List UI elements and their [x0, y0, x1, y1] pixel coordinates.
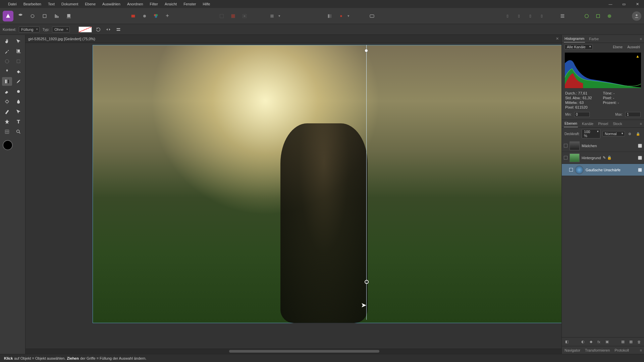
add-pixel-layer-button[interactable]: ▩: [628, 339, 634, 345]
lock-icon[interactable]: 🔒: [607, 156, 612, 160]
crop-mode-button[interactable]: [267, 11, 277, 21]
align-dist-button[interactable]: ▯: [537, 11, 547, 21]
layer-visibility-toggle[interactable]: [638, 144, 642, 148]
add-layer-button[interactable]: ▦: [620, 339, 626, 345]
autocontrast-button[interactable]: [162, 11, 172, 21]
menu-hilfe[interactable]: Hilfe: [199, 0, 213, 8]
layer-settings-button[interactable]: ⚙: [627, 131, 633, 136]
gradient-handle-start[interactable]: [365, 49, 368, 52]
max-input[interactable]: [625, 112, 641, 117]
persona-liquify-button[interactable]: [28, 11, 38, 21]
insert-inside-button[interactable]: [593, 11, 603, 21]
align-center-button[interactable]: ▯: [514, 11, 524, 21]
layer-lock-button[interactable]: 🔒: [635, 131, 641, 136]
rotate-button[interactable]: [95, 26, 102, 33]
pen-tool[interactable]: [2, 107, 12, 116]
flood-select-tool[interactable]: [2, 67, 12, 76]
tab-transformieren[interactable]: Transformieren: [584, 347, 610, 354]
selection-add-button[interactable]: [217, 11, 227, 21]
chevron-down-icon[interactable]: ▾: [278, 14, 280, 18]
menu-anordnen[interactable]: Anordnen: [124, 0, 147, 8]
histogram-selection-button[interactable]: Auswahl: [626, 45, 641, 50]
preview-button[interactable]: [367, 11, 377, 21]
fill-swatch[interactable]: [78, 26, 92, 33]
menu-bearbeiten[interactable]: Bearbeiten: [20, 0, 45, 8]
tab-navigator[interactable]: Navigator: [564, 347, 581, 354]
canvas-h-scrollbar[interactable]: [25, 349, 561, 354]
opacity-select[interactable]: 100 %: [582, 129, 600, 138]
menu-ansicht[interactable]: Ansicht: [161, 0, 180, 8]
layer-row-maedchen[interactable]: Mädchen: [562, 140, 644, 152]
insert-target-button[interactable]: [582, 11, 592, 21]
tab-farbe[interactable]: Farbe: [588, 36, 599, 42]
menu-auswaehlen[interactable]: Auswählen: [99, 0, 124, 8]
window-maximize-button[interactable]: ▭: [617, 0, 631, 8]
layers-panel-menu-button[interactable]: ≡: [640, 122, 642, 126]
snapping-button[interactable]: [336, 11, 346, 21]
document-tab-title[interactable]: girl-535251_1920.jpg [Geändert] (75,0%): [28, 37, 95, 41]
layer-visibility-toggle[interactable]: [638, 168, 642, 172]
menu-datei[interactable]: Datei: [5, 0, 20, 8]
add-mask-button[interactable]: ◧: [564, 339, 570, 345]
layer-visibility-toggle[interactable]: [638, 156, 642, 160]
nav-panel-menu-button[interactable]: ≡: [640, 348, 642, 352]
blend-mode-select[interactable]: Normal: [602, 131, 625, 136]
menu-ebene[interactable]: Ebene: [82, 0, 99, 8]
quickmask-button[interactable]: [128, 11, 138, 21]
align-right-button[interactable]: ▯: [525, 11, 535, 21]
shape-tool[interactable]: [2, 117, 12, 126]
tab-kanaele[interactable]: Kanäle: [581, 120, 594, 127]
tab-histogramm[interactable]: Histogramm: [564, 35, 585, 43]
lock-aspect-button[interactable]: [115, 26, 122, 33]
selection-brush-tool[interactable]: [2, 57, 12, 66]
canvas[interactable]: ➤: [25, 43, 561, 349]
order-button[interactable]: [557, 11, 568, 21]
text-tool[interactable]: [13, 117, 23, 126]
window-close-button[interactable]: ✕: [631, 0, 644, 8]
reverse-button[interactable]: [105, 26, 112, 33]
hand-tool[interactable]: [2, 37, 12, 46]
group-button[interactable]: ▣: [604, 339, 610, 345]
adjustments-button[interactable]: [151, 11, 161, 21]
move-tool[interactable]: [13, 37, 23, 46]
crop-tool[interactable]: [13, 47, 23, 56]
zoom-tool[interactable]: [13, 127, 23, 136]
fx-button[interactable]: fx: [596, 339, 602, 345]
selection-sub-button[interactable]: [228, 11, 238, 21]
mesh-tool[interactable]: [2, 127, 12, 136]
erase-tool[interactable]: [2, 87, 12, 96]
add-adjustment-button[interactable]: ◐: [580, 339, 586, 345]
color-picker-tool[interactable]: [2, 47, 12, 56]
layer-row-hintergrund[interactable]: Hintergrund ✎ 🔒: [562, 152, 644, 164]
marquee-tool[interactable]: [13, 57, 23, 66]
tab-stock[interactable]: Stock: [612, 120, 623, 127]
tab-ebenen[interactable]: Ebenen: [564, 120, 578, 127]
align-left-button[interactable]: ▯: [502, 11, 513, 21]
account-button[interactable]: [632, 11, 641, 21]
chevron-down-icon-2[interactable]: ▾: [347, 14, 350, 18]
refine-button[interactable]: [140, 11, 150, 21]
tab-close-button[interactable]: ✕: [556, 37, 559, 41]
persona-develop-button[interactable]: [40, 11, 50, 21]
dodge-tool[interactable]: [2, 97, 12, 106]
menu-text[interactable]: Text: [45, 0, 58, 8]
layer-row-gauss-blur[interactable]: Gaußsche Unschärfe: [562, 164, 644, 176]
min-input[interactable]: [574, 112, 590, 117]
arrange-button[interactable]: [325, 11, 335, 21]
fill-type-select[interactable]: Füllung: [19, 26, 40, 33]
window-minimize-button[interactable]: —: [604, 0, 617, 8]
persona-tonemap-button[interactable]: [52, 11, 62, 21]
histogram-channel-select[interactable]: Alle Kanäle: [565, 44, 593, 50]
layer-expand-toggle[interactable]: [569, 168, 573, 172]
layer-expand-toggle[interactable]: [564, 144, 568, 147]
clone-tool[interactable]: [13, 87, 23, 96]
menu-filter[interactable]: Filter: [147, 0, 161, 8]
node-tool[interactable]: [13, 107, 23, 116]
foreground-color-swatch[interactable]: [3, 140, 13, 150]
histogram-layer-button[interactable]: Ebene: [611, 45, 624, 50]
tab-pinsel[interactable]: Pinsel: [597, 120, 609, 127]
persona-export-button[interactable]: [64, 11, 74, 21]
insert-behind-button[interactable]: [604, 11, 614, 21]
tab-protokoll[interactable]: Protokoll: [614, 347, 630, 354]
smudge-tool[interactable]: [13, 97, 23, 106]
